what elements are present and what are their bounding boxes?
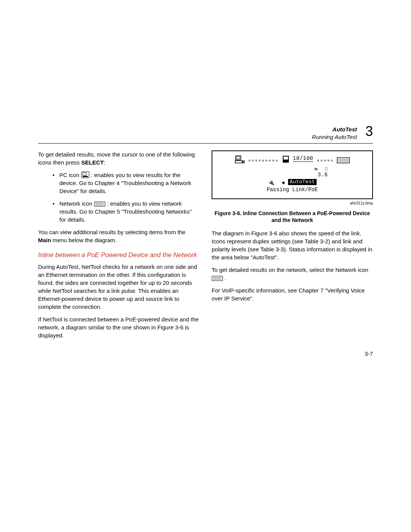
figure-inner: ∘∘∘∘∘∘∘∘∘ 10/100 ∘∘∘∘∘ <box>235 155 350 194</box>
nettool-device-icon <box>282 155 290 166</box>
intro-colon: : <box>104 159 105 166</box>
header-text-block: AutoTest Running AutoTest <box>312 126 357 141</box>
figure-value: 3.6 <box>318 172 328 178</box>
pc-icon <box>81 171 89 178</box>
link-dots-right: ∘∘∘∘∘ <box>317 158 334 164</box>
after-bullets-a: You can view additional results by selec… <box>38 229 185 235</box>
right-column: ∘∘∘∘∘∘∘∘∘ 10/100 ∘∘∘∘∘ <box>212 150 373 344</box>
network-icon <box>212 276 223 281</box>
right-p2-b: . <box>225 275 226 281</box>
figure-3-6: ∘∘∘∘∘∘∘∘∘ 10/100 ∘∘∘∘∘ <box>212 150 373 199</box>
section-heading-inline-poe: Inline between a PoE Powered Device and … <box>38 251 199 260</box>
header-title: AutoTest <box>312 126 357 133</box>
cursor-icon: ◄ <box>282 180 285 187</box>
right-p2: To get detailed results on the network, … <box>212 266 373 282</box>
content-columns: To get detailed results, move the cursor… <box>38 150 373 344</box>
bullet-pc: PC icon : enables you to view results fo… <box>59 171 199 195</box>
svg-rect-10 <box>237 157 240 159</box>
svg-rect-2 <box>83 173 86 175</box>
figure-top-row: ∘∘∘∘∘∘∘∘∘ 10/100 ∘∘∘∘∘ <box>235 155 350 166</box>
bullet-net-lead: Network icon <box>59 200 94 207</box>
intro-select: SELECT <box>81 159 104 166</box>
figure-speed: 10/100 <box>293 155 313 162</box>
link-dots-left: ∘∘∘∘∘∘∘∘∘ <box>248 158 278 164</box>
after-bullets: You can view additional results by selec… <box>38 228 199 244</box>
bullet-pc-lead: PC icon <box>59 172 81 178</box>
right-p1: The diagram in Figure 3-6 also shows the… <box>212 229 373 261</box>
figure-autotest-label: AutoTest <box>288 179 316 185</box>
plug-icon: 🔌 <box>268 180 275 187</box>
intro-text: To get detailed results, move the cursor… <box>38 151 195 166</box>
svg-rect-14 <box>284 157 288 160</box>
after-bullets-main: Main <box>38 237 51 243</box>
page-number: 3-7 <box>365 350 373 357</box>
figure-val-row: 3.6 <box>235 172 350 179</box>
intro-paragraph: To get detailed results, move the cursor… <box>38 150 199 166</box>
header-subtitle: Running AutoTest <box>312 133 357 141</box>
chapter-number: 3 <box>365 123 373 139</box>
after-bullets-b: menu below the diagram. <box>51 237 117 243</box>
left-p2: If NetTool is connected between a PoE-po… <box>38 315 199 339</box>
svg-rect-12 <box>242 161 244 163</box>
network-icon <box>94 201 105 207</box>
figure-status: Passing Link/PoE <box>235 186 350 194</box>
document-page: AutoTest Running AutoTest 3 To get detai… <box>0 0 411 532</box>
header-rule <box>38 143 373 144</box>
figure-mid-row: ⇆ ⎍ <box>235 165 350 173</box>
figure-label-row: 🔌 ◄ AutoTest <box>235 179 350 187</box>
svg-rect-3 <box>83 176 88 177</box>
left-column: To get detailed results, move the cursor… <box>38 150 199 344</box>
bullet-network: Network icon : enables you to view netwo… <box>59 200 199 224</box>
figure-filename: ahn311s.bmp <box>212 201 373 206</box>
pc-icon <box>235 155 245 166</box>
figure-caption: Figure 3-6. Inline Connection Between a … <box>212 210 373 224</box>
right-p2-a: To get detailed results on the network, … <box>212 267 368 273</box>
left-p1: During AutoTest, NetTool checks for a ne… <box>38 263 199 311</box>
bullet-list: PC icon : enables you to view results fo… <box>38 171 199 224</box>
right-p3: For VoIP-specific information, see Chapt… <box>212 286 373 302</box>
network-icon <box>337 157 350 166</box>
